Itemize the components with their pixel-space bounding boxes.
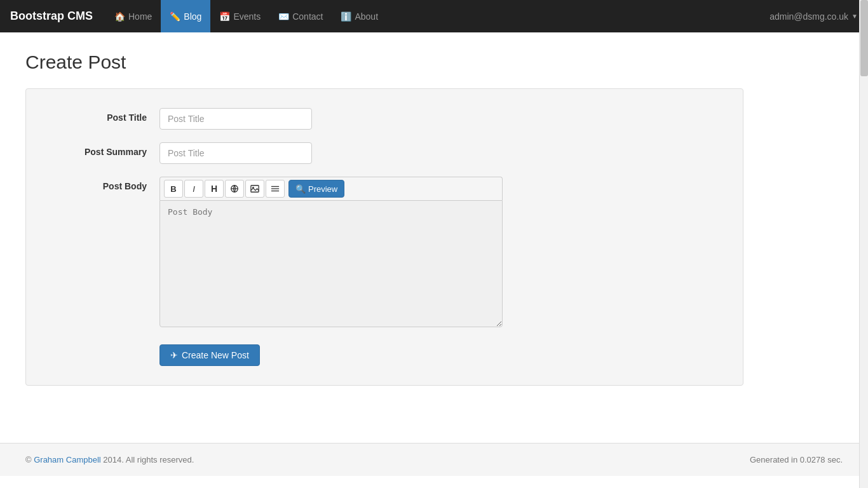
footer-author-link[interactable]: Graham Campbell xyxy=(34,455,101,464)
user-email: admin@dsmg.co.uk xyxy=(770,11,848,22)
nav-item-contact[interactable]: ✉️ Contact xyxy=(269,0,332,32)
post-title-label: Post Title xyxy=(45,108,159,123)
post-title-group: Post Title xyxy=(45,108,724,130)
footer-generated: Generated in 0.0278 sec. xyxy=(750,455,843,464)
post-title-input[interactable] xyxy=(159,108,312,130)
nav-menu: 🏠 Home ✏️ Blog 📅 Events ✉️ Conta xyxy=(105,0,387,32)
main-content: Create Post Post Title Post Summary Post… xyxy=(0,32,868,405)
image-button[interactable] xyxy=(245,180,264,198)
footer-copyright: © Graham Campbell 2014. All rights reser… xyxy=(25,455,194,464)
search-icon: 🔍 xyxy=(295,184,306,194)
scrollbar-thumb[interactable] xyxy=(860,0,868,76)
post-body-label: Post Body xyxy=(45,177,159,191)
post-summary-input[interactable] xyxy=(159,142,312,164)
post-summary-group: Post Summary xyxy=(45,142,724,164)
editor-toolbar: B I H xyxy=(159,177,503,200)
preview-button[interactable]: 🔍 Preview xyxy=(288,180,344,198)
submit-group: ✈ Create New Post xyxy=(45,344,724,366)
home-icon: 🏠 xyxy=(114,11,125,22)
nav-item-events[interactable]: 📅 Events xyxy=(210,0,269,32)
navbar: Bootstrap CMS 🏠 Home ✏️ Blog 📅 Events xyxy=(0,0,868,32)
post-body-textarea[interactable] xyxy=(159,200,503,327)
bold-button[interactable]: B xyxy=(164,180,183,198)
blog-icon: ✏️ xyxy=(170,11,180,22)
create-post-button[interactable]: ✈ Create New Post xyxy=(159,344,260,366)
list-icon xyxy=(271,184,280,193)
send-icon: ✈ xyxy=(170,350,178,360)
nav-item-blog[interactable]: ✏️ Blog xyxy=(161,0,210,32)
contact-icon: ✉️ xyxy=(278,11,289,22)
about-icon: ℹ️ xyxy=(341,11,351,22)
list-button[interactable] xyxy=(266,180,285,198)
events-icon: 📅 xyxy=(219,11,230,22)
nav-link-events[interactable]: 📅 Events xyxy=(210,0,269,32)
post-summary-label: Post Summary xyxy=(45,142,159,157)
nav-item-about[interactable]: ℹ️ About xyxy=(332,0,387,32)
create-post-panel: Post Title Post Summary Post Body B I H xyxy=(25,88,743,386)
page-title: Create Post xyxy=(25,51,843,73)
editor-wrapper: B I H xyxy=(159,177,503,329)
link-button[interactable] xyxy=(225,180,244,198)
post-body-group: Post Body B I H xyxy=(45,177,724,329)
nav-link-about[interactable]: ℹ️ About xyxy=(332,0,387,32)
footer: © Graham Campbell 2014. All rights reser… xyxy=(0,443,868,476)
nav-link-home[interactable]: 🏠 Home xyxy=(105,0,161,32)
image-icon xyxy=(250,184,259,193)
brand-link[interactable]: Bootstrap CMS xyxy=(10,10,93,23)
scrollbar-track[interactable] xyxy=(859,0,868,476)
user-dropdown-arrow: ▼ xyxy=(851,13,858,20)
nav-link-contact[interactable]: ✉️ Contact xyxy=(269,0,332,32)
heading-button[interactable]: H xyxy=(205,180,224,198)
nav-link-blog[interactable]: ✏️ Blog xyxy=(161,0,210,32)
user-menu[interactable]: admin@dsmg.co.uk ▼ xyxy=(770,11,858,22)
italic-button[interactable]: I xyxy=(184,180,203,198)
link-icon xyxy=(230,184,239,193)
nav-item-home[interactable]: 🏠 Home xyxy=(105,0,161,32)
